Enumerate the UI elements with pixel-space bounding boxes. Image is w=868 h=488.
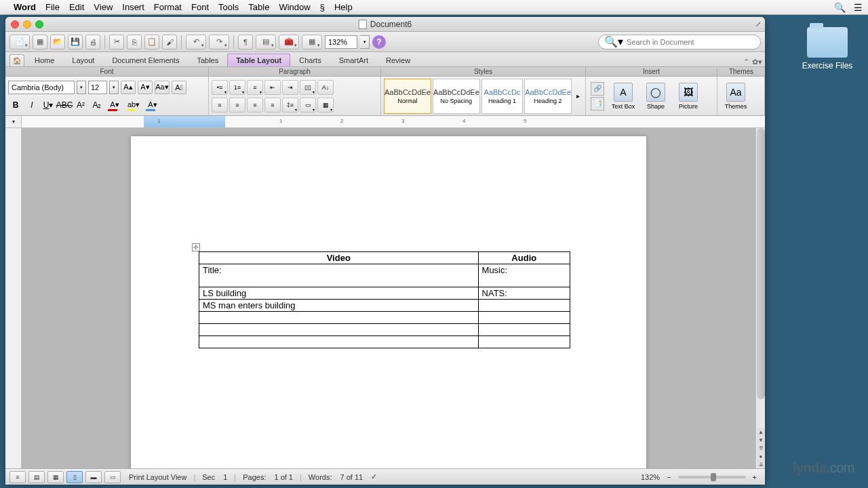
tab-smartart[interactable]: SmartArt <box>330 54 377 66</box>
insert-shape[interactable]: ◯ Shape <box>640 79 671 114</box>
new-document-button[interactable]: 📄 <box>9 35 30 49</box>
style-heading-2[interactable]: AaBbCcDdEe Heading 2 <box>524 79 572 114</box>
header-video[interactable]: Video <box>199 252 479 264</box>
tab-layout[interactable]: Layout <box>63 54 103 66</box>
app-name[interactable]: Word <box>14 2 36 12</box>
ruler-corner[interactable]: ▾ <box>5 116 22 127</box>
columns-button[interactable]: ▯▯ <box>300 80 316 95</box>
vertical-ruler[interactable] <box>5 128 22 468</box>
underline-button[interactable]: U▾ <box>41 98 56 113</box>
insert-picture[interactable]: 🖼 Picture <box>673 79 704 114</box>
font-size-dropdown[interactable]: ▾ <box>109 81 119 94</box>
sidebar-button[interactable]: ▤ <box>256 35 276 49</box>
bold-button[interactable]: B <box>8 98 23 113</box>
clear-formatting-button[interactable]: A⃠ <box>172 81 186 94</box>
search-box[interactable]: 🔍▾ <box>598 35 761 49</box>
menu-table[interactable]: Table <box>248 2 269 12</box>
view-notebook-button[interactable]: ▬ <box>85 471 102 483</box>
align-center-button[interactable]: ≡ <box>229 98 245 113</box>
search-input[interactable] <box>627 38 755 46</box>
table-row[interactable]: MS man enters building <box>199 300 570 312</box>
table-move-handle[interactable]: ✢ <box>192 243 200 251</box>
superscript-button[interactable]: A² <box>73 98 88 113</box>
bullets-button[interactable]: •≡ <box>212 80 228 95</box>
menubar-list-icon[interactable]: ☰ <box>854 2 863 13</box>
tab-home[interactable]: Home <box>26 54 63 66</box>
scrollbar-thumb[interactable] <box>757 128 765 399</box>
align-right-button[interactable]: ≡ <box>247 98 263 113</box>
tab-charts[interactable]: Charts <box>290 54 330 66</box>
bookmark-icon[interactable]: 📑 <box>591 97 604 110</box>
menu-format[interactable]: Format <box>154 2 182 12</box>
menu-view[interactable]: View <box>94 2 113 12</box>
table-row[interactable] <box>199 312 570 324</box>
show-formatting-button[interactable]: ¶ <box>238 35 253 49</box>
themes-button[interactable]: Aa Themes <box>720 79 751 114</box>
style-normal[interactable]: AaBbCcDdEe Normal <box>384 79 431 114</box>
menu-file[interactable]: File <box>45 2 60 12</box>
browse-object-icon[interactable]: ● <box>757 452 765 460</box>
scroll-down-icon[interactable]: ▼ <box>757 436 765 444</box>
font-size-select[interactable]: 12 <box>88 81 107 94</box>
increase-indent-button[interactable]: ⇥ <box>282 80 298 95</box>
ribbon-settings-icon[interactable]: ✿▾ <box>752 58 762 66</box>
shrink-font-button[interactable]: A▾ <box>138 81 153 94</box>
menu-window[interactable]: Window <box>279 2 310 12</box>
change-case-button[interactable]: Aa▾ <box>155 81 170 94</box>
status-zoom-value[interactable]: 132% <box>641 473 660 481</box>
sort-button[interactable]: A↓ <box>317 80 334 95</box>
highlight-button[interactable]: ab▾ <box>125 98 142 113</box>
toolbox-button[interactable]: 🧰 <box>279 35 299 49</box>
zoom-out-button[interactable]: − <box>667 473 671 481</box>
menu-script[interactable]: § <box>320 2 325 12</box>
collapse-ribbon-icon[interactable]: ⌃ <box>743 58 749 66</box>
tab-review[interactable]: Review <box>377 54 419 66</box>
font-color-button[interactable]: A▾ <box>106 98 123 113</box>
scroll-up-icon[interactable]: ▲ <box>757 428 765 436</box>
horizontal-ruler[interactable]: 1 1 2 3 4 5 <box>22 116 765 127</box>
view-focus-button[interactable]: ▭ <box>104 471 121 483</box>
multilevel-button[interactable]: ≡ <box>247 80 263 95</box>
menu-edit[interactable]: Edit <box>69 2 84 12</box>
line-spacing-button[interactable]: ‡≡ <box>282 98 298 113</box>
maximize-icon[interactable]: ⤢ <box>755 20 761 28</box>
header-audio[interactable]: Audio <box>478 252 570 264</box>
strikethrough-button[interactable]: ABC <box>57 98 72 113</box>
insert-ref-icons[interactable]: 🔗 📑 <box>589 79 606 114</box>
paste-button[interactable]: 📋 <box>144 35 159 49</box>
font-name-dropdown[interactable]: ▾ <box>77 81 86 94</box>
styles-more-button[interactable]: ▸ <box>573 79 583 114</box>
document-page[interactable]: ✢ Video Audio Title: Music: LS building … <box>131 136 646 468</box>
menu-help[interactable]: Help <box>334 2 353 12</box>
zoom-slider[interactable] <box>678 476 746 479</box>
next-page-icon[interactable]: ⇊ <box>757 460 765 468</box>
subscript-button[interactable]: A₂ <box>90 98 104 113</box>
minimize-button[interactable] <box>23 20 31 28</box>
zoom-value[interactable]: 132% <box>325 35 357 49</box>
decrease-indent-button[interactable]: ⇤ <box>264 80 281 95</box>
font-name-select[interactable]: Cambria (Body) <box>8 81 75 94</box>
style-no-spacing[interactable]: AaBbCcDdEe No Spacing <box>433 79 480 114</box>
vertical-scrollbar[interactable]: ▲ ▼ ⇈ ● ⇊ <box>755 128 765 468</box>
zoom-dropdown[interactable]: ▾ <box>360 35 370 49</box>
spotlight-icon[interactable]: 🔍 <box>834 2 846 13</box>
table-row[interactable] <box>199 324 570 336</box>
shading-button[interactable]: ▭ <box>300 98 316 113</box>
table-header-row[interactable]: Video Audio <box>199 252 570 264</box>
menu-font[interactable]: Font <box>191 2 209 12</box>
tab-document-elements[interactable]: Document Elements <box>103 54 188 66</box>
style-heading-1[interactable]: AaBbCcDc Heading 1 <box>481 79 523 114</box>
tab-tables[interactable]: Tables <box>188 54 227 66</box>
ribbon-home-icon[interactable]: 🏠 <box>9 54 24 66</box>
open-button[interactable]: 📂 <box>50 35 65 49</box>
italic-button[interactable]: I <box>24 98 39 113</box>
view-outline-button[interactable]: ▤ <box>28 471 45 483</box>
zoom-button[interactable] <box>35 20 43 28</box>
table-row[interactable]: LS building NATS: <box>199 287 570 300</box>
tab-table-layout[interactable]: Table Layout <box>227 54 290 66</box>
close-button[interactable] <box>11 20 19 28</box>
document-scroll[interactable]: ✢ Video Audio Title: Music: LS building … <box>22 128 755 468</box>
template-button[interactable]: ▦ <box>33 35 47 49</box>
justify-button[interactable]: ≡ <box>264 98 281 113</box>
cut-button[interactable]: ✂ <box>109 35 124 49</box>
